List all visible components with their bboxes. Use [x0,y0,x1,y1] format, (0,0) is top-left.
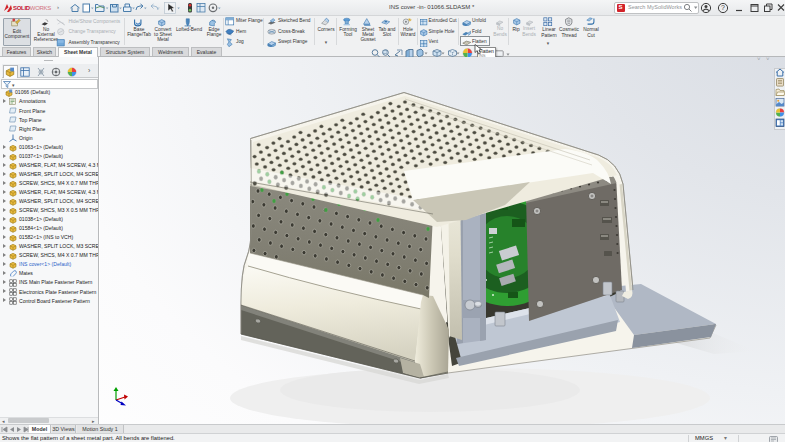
svg-text:?: ? [721,4,725,11]
